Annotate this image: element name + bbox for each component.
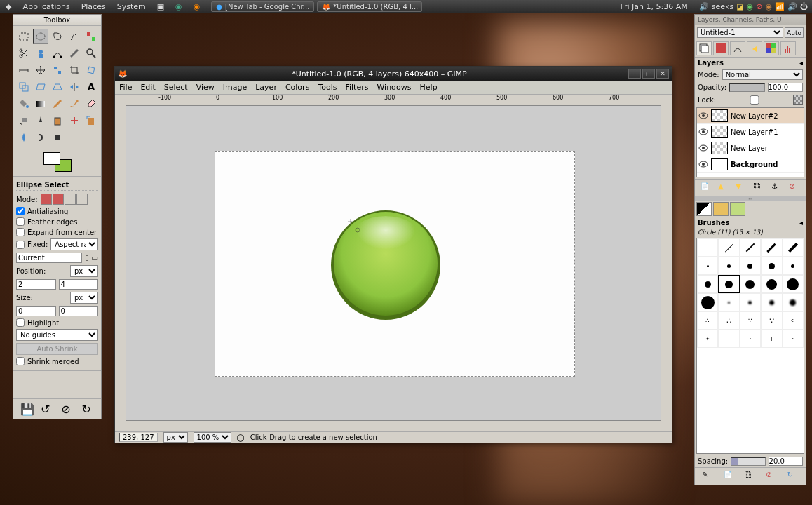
fuzzy-select-tool[interactable] (67, 29, 82, 44)
scissors-tool[interactable] (16, 46, 32, 61)
delete-options-icon[interactable]: ⊘ (60, 402, 74, 416)
brush-item[interactable]: ∵ (740, 311, 761, 330)
mode-intersect[interactable] (76, 194, 88, 205)
volume-icon[interactable]: 🔊 (699, 2, 709, 11)
menu-file[interactable]: File (119, 83, 132, 92)
current-field[interactable] (16, 252, 82, 263)
refresh-brush-icon[interactable]: ↻ (787, 470, 799, 483)
layer-name[interactable]: New Layer (731, 144, 768, 152)
guides-select[interactable]: No guides (16, 329, 98, 341)
paths-tab[interactable] (730, 41, 745, 55)
fg-bg-tab[interactable] (696, 202, 712, 216)
launcher-icon[interactable]: ◉ (188, 1, 206, 13)
brush-item[interactable] (783, 275, 804, 293)
menu-edit[interactable]: Edit (140, 83, 155, 92)
new-brush-icon[interactable]: 📄 (723, 470, 736, 483)
heal-tool[interactable] (67, 113, 82, 128)
lock-pixels[interactable] (719, 95, 790, 105)
clone-tool[interactable] (50, 113, 65, 128)
bucket-fill-tool[interactable] (16, 96, 32, 112)
highlight-checkbox[interactable] (16, 318, 25, 327)
brush-item[interactable] (783, 293, 804, 311)
spacing-slider[interactable] (731, 457, 765, 466)
brush-item[interactable] (761, 293, 782, 311)
taskbar-gimp[interactable]: 🦊*Untitled-1.0 (RGB, 4 l... (317, 1, 422, 12)
status-unit[interactable]: px (163, 432, 188, 443)
position-unit[interactable]: px (70, 265, 98, 277)
feather-checkbox[interactable] (16, 217, 25, 226)
tray-icon[interactable]: ⊘ (756, 2, 762, 11)
brush-item[interactable]: ✦ (697, 330, 718, 348)
ruler-vertical[interactable] (115, 106, 126, 420)
portrait-icon[interactable]: ▯ (85, 254, 89, 262)
fg-color-swatch[interactable] (43, 152, 60, 165)
undo-tab[interactable] (747, 41, 762, 55)
user-menu[interactable]: seeks (712, 2, 733, 11)
duplicate-layer-icon[interactable]: ⿻ (753, 182, 766, 194)
layer-name[interactable]: Background (731, 161, 778, 168)
lower-layer-icon[interactable]: ▼ (735, 182, 747, 194)
image-selector[interactable]: Untitled-1 (697, 27, 783, 38)
tray-icon[interactable]: 📶 (775, 2, 785, 11)
scrollbar-vertical[interactable] (661, 106, 672, 420)
anchor-layer-icon[interactable]: ⚓ (771, 182, 783, 194)
opacity-value[interactable] (768, 83, 803, 92)
menu-windows[interactable]: Windows (377, 83, 411, 92)
layer-row[interactable]: Background (697, 156, 804, 173)
delete-brush-icon[interactable]: ⊘ (765, 470, 778, 483)
brush-item[interactable] (740, 275, 761, 293)
reset-options-icon[interactable]: ↻ (81, 402, 95, 416)
brush-preview-tab[interactable] (713, 202, 729, 216)
close-button[interactable]: ✕ (656, 69, 669, 79)
taskbar-chrome[interactable]: ●[New Tab - Google Chr... (211, 1, 314, 12)
visibility-icon[interactable] (698, 159, 708, 169)
pencil-tool[interactable] (50, 96, 65, 112)
fixed-checkbox[interactable] (16, 241, 25, 249)
brush-item[interactable] (761, 257, 782, 275)
brush-item[interactable] (740, 293, 761, 311)
brush-item[interactable]: ∵ (761, 311, 782, 330)
tray-icon[interactable]: ◉ (765, 2, 772, 11)
raise-layer-icon[interactable]: ▲ (717, 182, 730, 194)
layer-name[interactable]: New Layer#2 (731, 112, 778, 120)
layer-row[interactable]: New Layer#2 (697, 108, 804, 124)
scale-tool[interactable] (16, 79, 32, 95)
perspective-clone-tool[interactable] (83, 113, 99, 128)
tray-icon[interactable]: ◉ (747, 2, 754, 11)
color-picker-tool[interactable] (67, 46, 82, 61)
brush-item[interactable] (697, 257, 718, 275)
mode-subtract[interactable] (65, 194, 76, 205)
paintbrush-tool[interactable] (67, 96, 82, 112)
align-tool[interactable] (50, 62, 65, 78)
clock[interactable]: Fri Jan 1, 5:36 AM (621, 2, 688, 11)
brush-item[interactable] (783, 257, 804, 275)
histogram-tab[interactable] (780, 41, 796, 55)
channels-tab[interactable] (713, 41, 729, 55)
antialias-checkbox[interactable] (16, 207, 25, 215)
brush-item[interactable] (697, 293, 718, 311)
menu-help[interactable]: Help (420, 83, 438, 92)
ink-tool[interactable] (33, 113, 48, 128)
shrink-merged-checkbox[interactable] (16, 357, 25, 365)
brush-item[interactable]: · (740, 330, 761, 348)
titlebar[interactable]: 🦊 *Untitled-1.0 (RGB, 4 layers) 640x400 … (115, 67, 672, 81)
brush-item[interactable]: ∴ (697, 311, 718, 330)
brush-item[interactable]: ∴ (718, 311, 739, 330)
expand-checkbox[interactable] (16, 228, 25, 236)
maximize-button[interactable]: ▢ (642, 69, 655, 79)
move-tool[interactable] (33, 62, 48, 78)
size-w-field[interactable] (16, 306, 56, 316)
launcher-icon[interactable]: ◉ (170, 1, 188, 13)
panel-menu-icon[interactable]: ◂ (799, 219, 803, 227)
size-h-field[interactable] (59, 306, 99, 316)
visibility-icon[interactable] (698, 111, 708, 121)
minimize-button[interactable]: — (628, 69, 641, 79)
foreground-select-tool[interactable] (33, 46, 48, 61)
new-layer-icon[interactable]: 📄 (700, 182, 712, 194)
rect-select-tool[interactable] (16, 29, 32, 44)
mode-add[interactable] (53, 194, 64, 205)
crop-tool[interactable] (67, 62, 82, 78)
brush-item[interactable]: + (718, 330, 739, 348)
color-select-tool[interactable] (83, 29, 99, 44)
flip-tool[interactable] (67, 79, 82, 95)
